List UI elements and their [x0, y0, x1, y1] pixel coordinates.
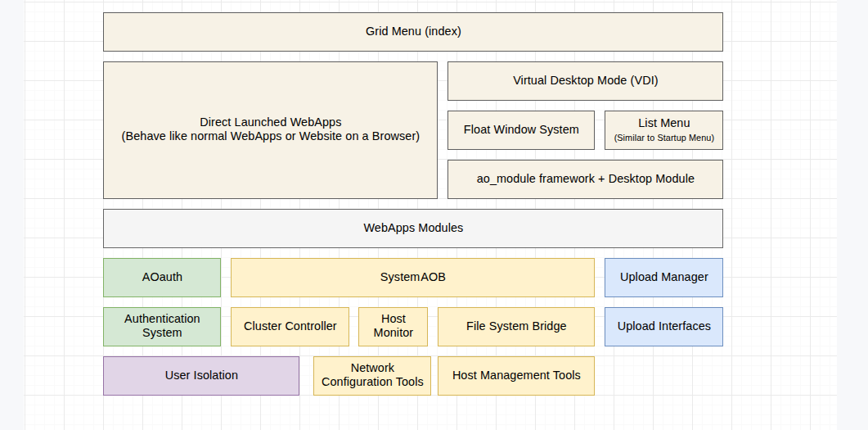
node-label: Host	[381, 312, 406, 326]
node-system-aob[interactable]: System AOB	[231, 258, 595, 297]
node-host-monitor[interactable]: HostMonitor	[358, 307, 428, 346]
node-label: System	[142, 326, 182, 340]
node-label: Grid Menu (index)	[366, 25, 461, 38]
node-network-config[interactable]: NetworkConfiguration Tools	[313, 356, 431, 396]
node-label: User Isolation	[165, 369, 238, 382]
node-float-window[interactable]: Float Window System	[447, 111, 595, 150]
node-label: Authentication	[124, 312, 200, 326]
node-cluster-controller[interactable]: Cluster Controller	[231, 307, 349, 346]
diagram-page[interactable]: Grid Menu (index)Direct Launched WebApps…	[24, 0, 837, 430]
node-direct-webapps[interactable]: Direct Launched WebApps(Behave like norm…	[103, 61, 438, 199]
node-label: System AOB	[380, 270, 446, 284]
node-sublabel: (Similar to Startup Menu)	[614, 133, 715, 143]
node-label: ao_module framework + Desktop Module	[477, 172, 695, 186]
node-vdi[interactable]: Virtual Desktop Mode (VDI)	[447, 61, 723, 101]
node-upload-manager[interactable]: Upload Manager	[605, 258, 723, 297]
node-label: Configuration Tools	[322, 375, 424, 389]
node-label: AOauth	[142, 270, 182, 284]
node-label: (Behave like normal WebApps or Website o…	[122, 129, 421, 143]
node-user-isolation[interactable]: User Isolation	[103, 356, 299, 396]
node-label: WebApps Modules	[363, 221, 463, 235]
drawio-canvas: Grid Menu (index)Direct Launched WebApps…	[0, 0, 868, 430]
node-aoauth[interactable]: AOauth	[103, 258, 221, 297]
node-label: Monitor	[374, 326, 414, 340]
node-webapps-modules[interactable]: WebApps Modules	[103, 209, 723, 248]
node-grid-menu[interactable]: Grid Menu (index)	[103, 12, 723, 52]
node-label: Network	[351, 361, 394, 375]
node-label: Virtual Desktop Mode (VDI)	[513, 74, 659, 88]
node-upload-interfaces[interactable]: Upload Interfaces	[605, 307, 723, 346]
node-ao-module[interactable]: ao_module framework + Desktop Module	[447, 160, 723, 199]
node-auth-system[interactable]: AuthenticationSystem	[103, 307, 221, 346]
node-label: File System Bridge	[466, 319, 567, 333]
node-host-mgmt[interactable]: Host Management Tools	[438, 356, 595, 396]
node-label: Direct Launched WebApps	[200, 115, 341, 129]
node-label: Cluster Controller	[244, 319, 337, 333]
node-label: Host Management Tools	[452, 369, 581, 382]
node-label: List Menu	[638, 116, 690, 130]
node-label: Upload Interfaces	[618, 319, 712, 333]
node-label: Upload Manager	[620, 270, 708, 284]
node-fs-bridge[interactable]: File System Bridge	[438, 307, 595, 346]
node-list-menu[interactable]: List Menu(Similar to Startup Menu)	[605, 111, 723, 150]
node-label: Float Window System	[464, 123, 579, 137]
